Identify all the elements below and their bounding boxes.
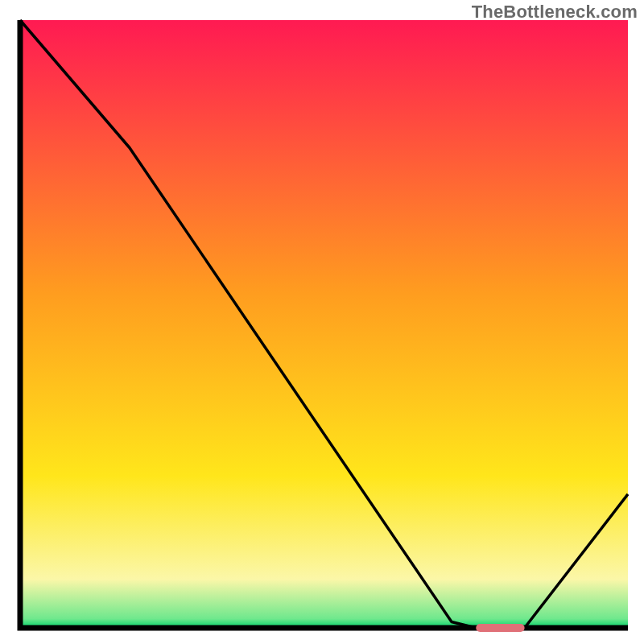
chart-container: TheBottleneck.com [0, 0, 644, 644]
plot-background [20, 20, 628, 628]
bottleneck-chart [0, 0, 644, 644]
optimal-range-marker [476, 624, 524, 632]
